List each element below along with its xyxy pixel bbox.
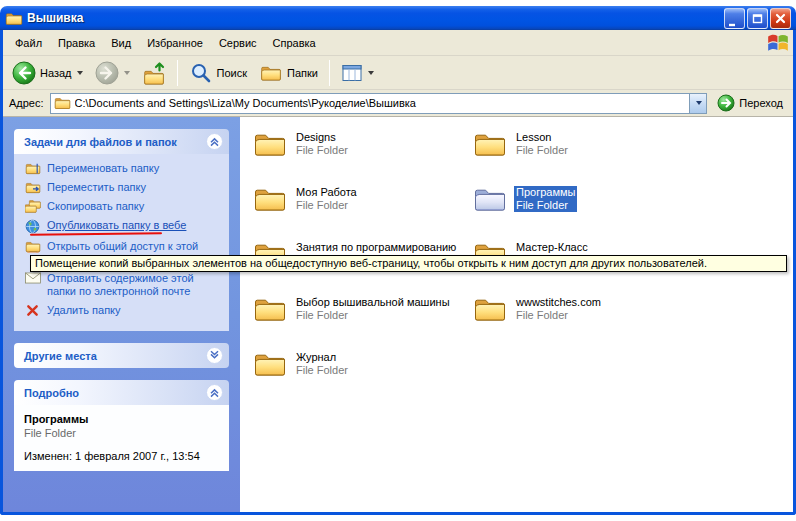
- menu-edit[interactable]: Правка: [50, 34, 103, 52]
- forward-dropdown-icon: [124, 71, 130, 75]
- address-label: Адрес:: [9, 97, 44, 109]
- windows-logo-icon: [766, 31, 790, 55]
- folder-icon: [473, 295, 507, 323]
- address-bar: Адрес: C:\Documents and Settings\Liza\My…: [3, 90, 793, 117]
- details-body: Программы File Folder Изменен: 1 февраля…: [14, 405, 229, 471]
- share-folder-icon: [24, 240, 41, 253]
- folders-button[interactable]: Папки: [254, 59, 323, 87]
- details-type: File Folder: [24, 427, 223, 439]
- menu-favorites[interactable]: Избранное: [139, 34, 211, 52]
- email-icon: [24, 272, 41, 284]
- file-tasks-body: Переименовать папку Переместить папку: [14, 154, 229, 331]
- up-button[interactable]: [137, 59, 171, 87]
- folder-icon: [253, 130, 287, 158]
- back-button[interactable]: Назад: [7, 59, 88, 87]
- views-icon: [341, 62, 363, 84]
- task-rename-folder[interactable]: Переименовать папку: [24, 162, 223, 175]
- folder-icon: [253, 295, 287, 323]
- task-copy-folder[interactable]: Скопировать папку: [24, 200, 223, 213]
- file-tasks-title: Задачи для файлов и папок: [24, 136, 177, 148]
- folders-icon: [259, 61, 283, 85]
- search-button[interactable]: Поиск: [184, 59, 252, 87]
- explorer-window: Вышивка Файл Правка Вид Избранное Сервис…: [0, 6, 796, 515]
- file-item-designs[interactable]: DesignsFile Folder: [253, 130, 473, 185]
- file-item-zhurnal[interactable]: ЖурналFile Folder: [253, 350, 473, 405]
- views-dropdown-icon[interactable]: [368, 71, 374, 75]
- details-title: Подробно: [24, 387, 79, 399]
- search-icon: [189, 61, 213, 85]
- toolbar-separator: [177, 60, 178, 86]
- folder-icon: [253, 350, 287, 378]
- go-label: Переход: [739, 97, 783, 109]
- back-dropdown-icon[interactable]: [77, 71, 83, 75]
- menu-view[interactable]: Вид: [103, 34, 139, 52]
- minimize-button[interactable]: [724, 8, 745, 29]
- other-places-header[interactable]: Другие места: [14, 343, 229, 368]
- details-modified: Изменен: 1 февраля 2007 г., 13:54: [24, 449, 223, 463]
- address-dropdown-button[interactable]: [689, 94, 706, 113]
- views-button[interactable]: [336, 60, 379, 86]
- maximize-button[interactable]: [747, 8, 768, 29]
- folder-icon: [473, 130, 507, 158]
- forward-button[interactable]: [90, 59, 135, 87]
- tooltip: Помещение копий выбранных элементов на о…: [30, 255, 787, 272]
- up-folder-icon: [142, 61, 166, 85]
- file-item-vybor-mashiny[interactable]: Выбор вышивальной машиныFile Folder: [253, 295, 473, 350]
- forward-arrow-icon: [95, 61, 119, 85]
- menu-file[interactable]: Файл: [7, 34, 50, 52]
- menu-tools[interactable]: Сервис: [211, 34, 265, 52]
- folders-label: Папки: [287, 67, 318, 79]
- other-places-title: Другие места: [24, 350, 97, 362]
- toolbar-separator: [329, 60, 330, 86]
- menu-bar: Файл Правка Вид Избранное Сервис Справка: [3, 30, 793, 56]
- back-label: Назад: [40, 67, 72, 79]
- details-header[interactable]: Подробно: [14, 380, 229, 405]
- close-button[interactable]: [770, 8, 791, 29]
- window-title: Вышивка: [27, 11, 724, 25]
- task-delete-folder[interactable]: Удалить папку: [24, 304, 223, 317]
- task-move-folder[interactable]: Переместить папку: [24, 181, 223, 194]
- chevron-up-icon[interactable]: [206, 384, 223, 401]
- details-panel: Подробно Программы File Folder Изменен: …: [14, 380, 229, 471]
- task-email-folder[interactable]: Отправить содержимое этой папки по элект…: [24, 272, 223, 298]
- go-arrow-icon: [717, 94, 735, 112]
- move-folder-icon: [24, 181, 41, 194]
- search-label: Поиск: [217, 67, 247, 79]
- chevron-up-icon[interactable]: [206, 133, 223, 150]
- file-item-wwwstitches[interactable]: wwwstitches.comFile Folder: [473, 295, 693, 350]
- other-places-panel: Другие места: [14, 343, 229, 368]
- folder-icon-selected: [473, 185, 507, 213]
- address-folder-icon: [54, 96, 71, 110]
- delete-icon: [24, 304, 41, 317]
- details-name: Программы: [24, 413, 223, 425]
- address-value: C:\Documents and Settings\Liza\My Docume…: [75, 97, 690, 109]
- task-pane: Задачи для файлов и папок Переименовать …: [3, 117, 240, 512]
- folder-icon: [253, 185, 287, 213]
- chevron-down-icon: [696, 101, 702, 105]
- file-tasks-header[interactable]: Задачи для файлов и папок: [14, 129, 229, 154]
- file-item-moya-rabota[interactable]: Моя РаботаFile Folder: [253, 185, 473, 240]
- back-arrow-icon: [12, 61, 36, 85]
- file-item-programmy[interactable]: ПрограммыFile Folder: [473, 185, 693, 240]
- copy-folder-icon: [24, 200, 41, 213]
- file-grid: DesignsFile Folder LessonFile Folder Моя…: [240, 117, 793, 512]
- file-item-lesson[interactable]: LessonFile Folder: [473, 130, 693, 185]
- chevron-down-icon[interactable]: [206, 347, 223, 364]
- publish-web-icon: [24, 219, 41, 234]
- window-folder-icon: [5, 11, 23, 26]
- title-bar: Вышивка: [0, 6, 796, 30]
- rename-folder-icon: [24, 162, 41, 175]
- address-input[interactable]: C:\Documents and Settings\Liza\My Docume…: [50, 93, 708, 114]
- menu-help[interactable]: Справка: [265, 34, 324, 52]
- go-button[interactable]: Переход: [713, 92, 787, 114]
- file-tasks-panel: Задачи для файлов и папок Переименовать …: [14, 129, 229, 331]
- toolbar: Назад: [3, 56, 793, 90]
